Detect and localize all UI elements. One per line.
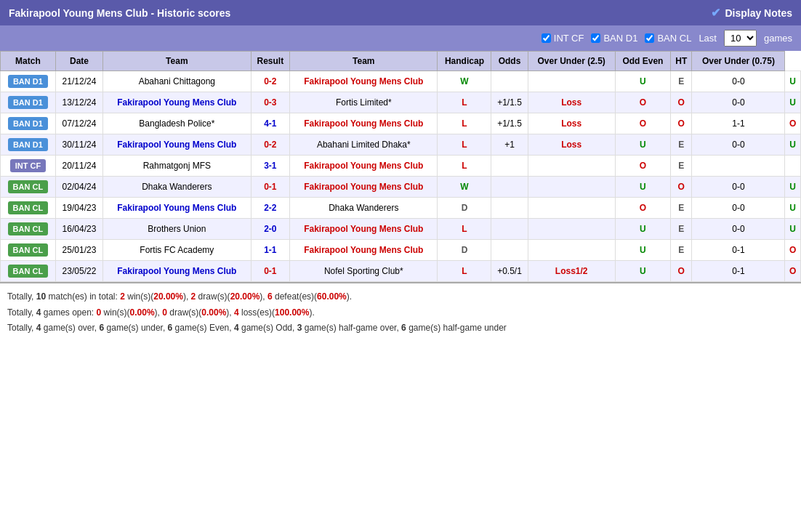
display-notes-check[interactable]: ✔ bbox=[711, 6, 720, 20]
intcf-label: INT CF bbox=[554, 33, 584, 44]
team2-name: Fortis Limited* bbox=[336, 97, 392, 108]
col-date: Date bbox=[55, 52, 102, 71]
team1-name: Fakirapool Young Mens Club bbox=[117, 203, 236, 213]
match-result: D bbox=[462, 245, 468, 255]
ou25-value: U bbox=[640, 224, 646, 234]
competition-badge: BAN D1 bbox=[8, 138, 48, 151]
competition-badge: BAN D1 bbox=[8, 117, 48, 130]
ht-score: 0-0 bbox=[692, 92, 785, 113]
table-row: BAN D121/12/24Abahani Chittagong0-2Fakir… bbox=[1, 71, 801, 92]
match-score: 2-0 bbox=[264, 224, 276, 234]
ou075-value: O bbox=[789, 118, 796, 129]
competition-badge: INT CF bbox=[10, 159, 46, 172]
match-date: 02/04/24 bbox=[55, 177, 102, 198]
ht-score: 0-0 bbox=[692, 219, 785, 240]
team2-name: Nofel Sporting Club* bbox=[324, 266, 403, 276]
col-team2: Team bbox=[290, 52, 438, 71]
match-score: 0-3 bbox=[264, 97, 276, 108]
competition-badge: BAN CL bbox=[8, 180, 49, 193]
match-result: L bbox=[462, 118, 467, 129]
ou25-value: U bbox=[640, 182, 646, 192]
match-score: 3-1 bbox=[264, 161, 276, 171]
table-row: BAN CL23/05/22Fakirapool Young Mens Club… bbox=[1, 261, 801, 282]
filter-bancl: BAN CL bbox=[645, 33, 691, 44]
ou25-value: O bbox=[640, 203, 646, 213]
match-date: 16/04/23 bbox=[55, 219, 102, 240]
ou075-value: U bbox=[789, 182, 796, 192]
match-date: 13/12/24 bbox=[55, 92, 102, 113]
filter-band1: BAN D1 bbox=[591, 33, 637, 44]
match-score: 0-2 bbox=[264, 140, 276, 150]
ht-score: 0-0 bbox=[692, 71, 785, 92]
footer-line3: Totally, 4 game(s) over, 6 game(s) under… bbox=[7, 321, 794, 336]
competition-badge: BAN CL bbox=[8, 201, 49, 214]
ou075-value: U bbox=[789, 203, 796, 213]
table-header-row: Match Date Team Result Team Handicap Odd… bbox=[1, 52, 801, 71]
handicap-value bbox=[491, 240, 528, 261]
handicap-value: +1/1.5 bbox=[491, 113, 528, 134]
oe-value: E bbox=[678, 203, 684, 213]
match-score: 1-1 bbox=[264, 245, 276, 255]
col-team1: Team bbox=[103, 52, 251, 71]
ou25-value: U bbox=[640, 245, 646, 255]
ht-score: 0-0 bbox=[692, 177, 785, 198]
odds-value: Loss bbox=[561, 140, 581, 150]
match-date: 07/12/24 bbox=[55, 113, 102, 134]
table-row: BAN CL02/04/24Dhaka Wanderers0-1Fakirapo… bbox=[1, 177, 801, 198]
scores-table: Match Date Team Result Team Handicap Odd… bbox=[0, 51, 801, 282]
intcf-checkbox[interactable] bbox=[542, 33, 551, 43]
filter-intcf: INT CF bbox=[542, 33, 584, 44]
team1-name: Bangladesh Police* bbox=[139, 118, 214, 129]
col-ou25: Over Under (2.5) bbox=[528, 52, 615, 71]
odds-value: Loss bbox=[561, 118, 581, 129]
match-date: 25/01/23 bbox=[55, 240, 102, 261]
oe-value: O bbox=[678, 97, 685, 108]
match-result: D bbox=[462, 203, 468, 213]
match-result: L bbox=[462, 97, 467, 108]
match-score: 0-1 bbox=[264, 266, 276, 276]
competition-badge: BAN CL bbox=[8, 265, 49, 278]
last-games-select[interactable]: 51015202530 bbox=[724, 30, 757, 47]
team2-name: Fakirapool Young Mens Club bbox=[304, 161, 423, 171]
table-row: BAN D113/12/24Fakirapool Young Mens Club… bbox=[1, 92, 801, 113]
ou25-value: O bbox=[640, 118, 646, 129]
table-row: INT CF20/11/24Rahmatgonj MFS3-1Fakirapoo… bbox=[1, 156, 801, 177]
footer-line2: Totally, 4 games open: 0 win(s)(0.00%), … bbox=[7, 305, 794, 321]
team1-name: Brothers Union bbox=[148, 224, 206, 234]
match-score: 0-2 bbox=[264, 76, 276, 86]
ou075-value: O bbox=[789, 266, 796, 276]
ou075-value: U bbox=[789, 97, 796, 108]
bancl-checkbox[interactable] bbox=[645, 33, 654, 43]
ht-score bbox=[692, 156, 785, 177]
table-row: BAN D130/11/24Fakirapool Young Mens Club… bbox=[1, 134, 801, 156]
col-match: Match bbox=[1, 52, 56, 71]
handicap-value: +1/1.5 bbox=[491, 92, 528, 113]
competition-badge: BAN CL bbox=[8, 222, 49, 235]
competition-badge: BAN D1 bbox=[8, 75, 48, 88]
handicap-value bbox=[491, 71, 528, 92]
oe-value: E bbox=[678, 140, 684, 150]
table-row: BAN D107/12/24Bangladesh Police*4-1Fakir… bbox=[1, 113, 801, 134]
band1-checkbox[interactable] bbox=[591, 33, 600, 43]
col-result: Result bbox=[251, 52, 290, 71]
handicap-value: +0.5/1 bbox=[491, 261, 528, 282]
match-date: 19/04/23 bbox=[55, 198, 102, 219]
ou075-value: U bbox=[789, 224, 796, 234]
handicap-value bbox=[491, 198, 528, 219]
ht-score: 0-1 bbox=[692, 261, 785, 282]
oe-value: E bbox=[678, 245, 684, 255]
oe-value: O bbox=[678, 266, 685, 276]
table-row: BAN CL16/04/23Brothers Union2-0Fakirapoo… bbox=[1, 219, 801, 240]
header: Fakirapool Young Mens Club - Historic sc… bbox=[0, 0, 801, 25]
last-label: Last bbox=[699, 33, 717, 44]
ht-score: 0-0 bbox=[692, 198, 785, 219]
ht-score: 0-1 bbox=[692, 240, 785, 261]
handicap-value bbox=[491, 219, 528, 240]
team1-name: Fakirapool Young Mens Club bbox=[117, 266, 236, 276]
match-result: L bbox=[462, 224, 467, 234]
competition-badge: BAN CL bbox=[8, 243, 49, 257]
footer-line1: Totally, 10 match(es) in total: 2 win(s)… bbox=[7, 289, 794, 305]
ou075-value: U bbox=[789, 76, 796, 86]
col-oe: Odd Even bbox=[615, 52, 670, 71]
match-date: 20/11/24 bbox=[55, 156, 102, 177]
